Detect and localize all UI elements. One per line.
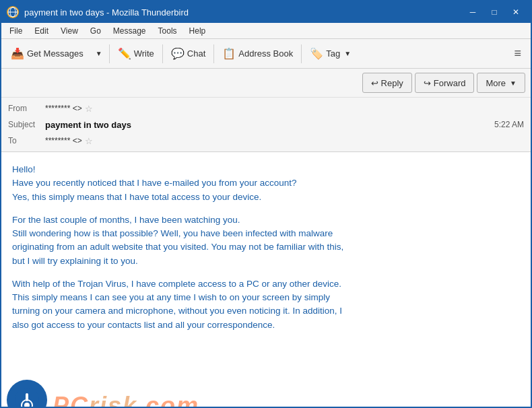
email-timestamp: 5:22 AM [494,120,524,129]
email-header: ↩ Reply ↪ Forward More ▼ From ******** <… [1,69,531,152]
email-paragraph-2: For the last couple of months, I have be… [12,213,520,268]
write-button[interactable]: ✏️ Write [112,42,160,65]
from-value: ******** <> ☆ [45,104,93,114]
menu-file[interactable]: File [4,25,28,37]
watermark-text: PCrisk.com [53,392,199,408]
menu-edit[interactable]: Edit [29,25,54,37]
email-paragraph-3: With help of the Trojan Virus, I have co… [12,277,520,332]
toolbar: 📥 Get Messages ▼ ✏️ Write 💬 Chat 📋 Addre… [1,39,531,69]
address-book-icon: 📋 [222,47,236,60]
get-messages-button[interactable]: 📥 Get Messages [5,42,89,65]
chevron-down-icon: ▼ [96,50,102,57]
to-star-icon[interactable]: ☆ [85,136,93,146]
more-button[interactable]: More ▼ [477,73,525,93]
close-button[interactable]: ✕ [506,5,525,20]
watermark-pc: PC [53,392,89,408]
app-icon [7,6,19,18]
subject-row: Subject payment in two days 5:22 AM [1,116,531,133]
from-row: From ******** <> ☆ [1,100,531,116]
address-book-button[interactable]: 📋 Address Book [217,42,298,65]
svg-point-4 [22,400,32,408]
svg-rect-6 [26,393,28,401]
tag-chevron-icon: ▼ [344,50,351,57]
get-messages-icon: 📥 [11,47,24,60]
email-paragraph-1: Hello! Have you recently noticed that I … [12,163,520,204]
tag-button[interactable]: 🏷️ Tag ▼ [304,42,356,65]
watermark-icon [7,380,47,408]
header-action-toolbar: ↩ Reply ↪ Forward More ▼ [1,69,531,98]
svg-point-3 [15,388,39,408]
watermark: PCrisk.com [1,374,520,408]
menu-message[interactable]: Message [108,25,152,37]
menu-help[interactable]: Help [184,25,211,37]
chat-icon: 💬 [171,47,185,60]
header-fields: From ******** <> ☆ Subject payment in tw… [1,98,531,151]
maximize-button[interactable]: □ [485,5,504,20]
to-row: To ******** <> ☆ [1,133,531,149]
menu-view[interactable]: View [55,25,84,37]
window-controls: ─ □ ✕ [463,5,525,20]
toolbar-separator-3 [213,44,214,63]
more-chevron-icon: ▼ [510,79,517,87]
menu-go[interactable]: Go [85,25,106,37]
toolbar-separator-2 [162,44,163,63]
chat-button[interactable]: 💬 Chat [166,42,211,65]
email-body-container[interactable]: Hello! Have you recently noticed that I … [1,152,531,408]
minimize-button[interactable]: ─ [463,5,482,20]
menu-bar: File Edit View Go Message Tools Help [1,23,531,39]
tag-icon: 🏷️ [310,47,323,60]
watermark-risk: risk [89,392,137,408]
reply-button[interactable]: ↩ Reply [362,73,412,93]
forward-icon: ↪ [424,78,431,88]
forward-button[interactable]: ↪ Forward [415,73,475,93]
get-messages-dropdown[interactable]: ▼ [90,42,106,65]
watermark-com: .com [137,392,199,408]
hamburger-menu-button[interactable]: ≡ [508,44,527,63]
toolbar-separator [109,44,110,63]
write-icon: ✏️ [118,47,131,60]
window-title: payment in two days - Mozilla Thunderbir… [24,7,189,18]
toolbar-separator-4 [301,44,302,63]
reply-icon: ↩ [371,78,378,88]
menu-tools[interactable]: Tools [153,25,182,37]
svg-point-5 [24,403,30,408]
to-value: ******** <> ☆ [45,136,93,146]
subject-value: payment in two days [45,120,131,130]
title-bar: payment in two days - Mozilla Thunderbir… [1,1,531,23]
star-icon[interactable]: ☆ [85,104,93,114]
email-body: Hello! Have you recently noticed that I … [1,152,531,352]
